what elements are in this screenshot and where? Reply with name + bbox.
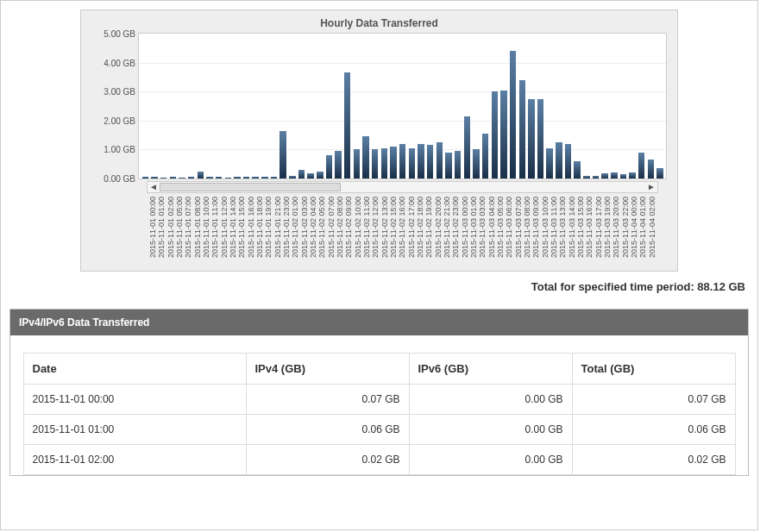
x-tick-label: 2015-11-04 01:00 <box>638 197 647 258</box>
bar[interactable] <box>354 149 360 178</box>
x-tick-label: 2015-11-03 03:00 <box>478 197 487 258</box>
y-tick-label: 2.00 GB <box>92 116 135 125</box>
x-tick-label: 2015-11-02 15:00 <box>389 197 398 258</box>
bar[interactable] <box>151 177 157 178</box>
bar[interactable] <box>492 91 498 178</box>
bar[interactable] <box>464 116 470 178</box>
bar-slot <box>637 34 646 178</box>
bar-slot <box>370 34 380 178</box>
bar[interactable] <box>565 144 571 178</box>
bar-slot <box>352 34 361 178</box>
x-tick-label: 2015-11-03 08:00 <box>523 197 531 258</box>
table-section: IPv4/IPv6 Data Transferred Date IPv4 (GB… <box>9 309 749 476</box>
bar[interactable] <box>271 177 277 178</box>
bar[interactable] <box>280 131 286 178</box>
bar[interactable] <box>206 177 212 178</box>
bar[interactable] <box>225 178 231 178</box>
x-tick-label: 2015-11-01 12:00 <box>220 197 229 258</box>
x-tick-label: 2015-11-02 17:00 <box>407 197 416 258</box>
bar[interactable] <box>583 176 589 178</box>
bar[interactable] <box>307 173 313 178</box>
bar[interactable] <box>326 155 332 178</box>
total-summary: Total for specified time period: 88.12 G… <box>1 280 745 293</box>
bar-slot <box>150 34 160 178</box>
bar[interactable] <box>546 148 552 178</box>
y-axis: 0.00 GB1.00 GB2.00 GB3.00 GB4.00 GB5.00 … <box>92 34 135 178</box>
bar[interactable] <box>500 91 506 178</box>
bar[interactable] <box>381 148 387 178</box>
bar[interactable] <box>142 177 148 178</box>
bar[interactable] <box>160 178 166 178</box>
x-tick-label: 2015-11-01 07:00 <box>184 197 192 258</box>
x-tick-label: 2015-11-03 07:00 <box>514 197 523 258</box>
bar[interactable] <box>601 173 607 178</box>
bar-slot <box>508 34 518 178</box>
cell-date: 2015-11-01 02:00 <box>23 445 246 475</box>
bar[interactable] <box>179 178 185 178</box>
bar[interactable] <box>437 142 443 178</box>
bar-slot <box>499 34 509 178</box>
bar-slot <box>646 34 656 178</box>
x-tick-label: 2015-11-01 00:00 <box>148 197 157 258</box>
bar[interactable] <box>445 153 451 178</box>
bar[interactable] <box>252 177 258 178</box>
bar[interactable] <box>390 147 396 178</box>
bar[interactable] <box>188 177 194 178</box>
cell-total: 0.07 GB <box>572 385 735 415</box>
bar[interactable] <box>335 151 341 178</box>
bar-slot <box>297 34 306 178</box>
bar[interactable] <box>198 172 204 178</box>
chart-scrollbar[interactable]: ◄ ► <box>147 181 658 193</box>
bar[interactable] <box>482 134 488 178</box>
bar[interactable] <box>620 174 626 178</box>
bar[interactable] <box>344 72 350 178</box>
bar[interactable] <box>427 145 433 178</box>
bar-slot <box>545 34 555 178</box>
bar[interactable] <box>362 136 368 178</box>
x-tick-label: 2015-11-01 08:00 <box>193 197 202 258</box>
bar[interactable] <box>298 170 305 178</box>
bar[interactable] <box>317 172 323 178</box>
chart-scroll-left[interactable]: ◄ <box>148 182 160 192</box>
x-tick-label: 2015-11-02 03:00 <box>300 197 309 258</box>
bar[interactable] <box>216 177 222 178</box>
bar[interactable] <box>519 80 525 178</box>
bar[interactable] <box>574 161 580 178</box>
bar[interactable] <box>409 148 415 178</box>
bar[interactable] <box>170 177 176 178</box>
bar[interactable] <box>234 177 240 178</box>
bar[interactable] <box>473 149 479 178</box>
bar[interactable] <box>528 99 534 178</box>
bar-slot <box>600 34 610 178</box>
bar[interactable] <box>455 151 461 178</box>
x-tick-label: 2015-11-01 05:00 <box>175 197 184 258</box>
bar[interactable] <box>611 172 617 178</box>
bar[interactable] <box>656 168 663 178</box>
y-tick-label: 4.00 GB <box>92 58 135 67</box>
bar[interactable] <box>638 153 644 178</box>
bar[interactable] <box>372 149 378 178</box>
bar[interactable] <box>556 142 562 178</box>
bar[interactable] <box>399 144 405 178</box>
bar[interactable] <box>261 177 267 178</box>
bar[interactable] <box>289 176 295 178</box>
bar[interactable] <box>629 172 635 178</box>
x-tick-label: 2015-11-01 16:00 <box>247 197 255 258</box>
bar-slot <box>342 34 352 178</box>
chart-scroll-thumb[interactable] <box>160 183 341 191</box>
table-row: 2015-11-01 02:000.02 GB0.00 GB0.02 GB <box>23 445 735 475</box>
y-tick-label: 0.00 GB <box>92 174 135 184</box>
bar[interactable] <box>243 177 249 178</box>
bar-slot <box>380 34 389 178</box>
bar[interactable] <box>648 160 654 178</box>
bar[interactable] <box>537 99 543 178</box>
x-tick-label: 2015-11-03 16:00 <box>585 197 594 258</box>
col-header-ipv4: IPv4 (GB) <box>246 354 409 385</box>
bar[interactable] <box>418 144 424 178</box>
x-tick-label: 2015-11-02 11:00 <box>362 197 371 258</box>
bar[interactable] <box>510 51 516 178</box>
chart-scroll-right[interactable]: ► <box>645 182 657 192</box>
bar[interactable] <box>593 176 599 178</box>
x-tick-label: 2015-11-01 23:00 <box>282 197 291 258</box>
cell-ipv4: 0.07 GB <box>246 385 409 415</box>
